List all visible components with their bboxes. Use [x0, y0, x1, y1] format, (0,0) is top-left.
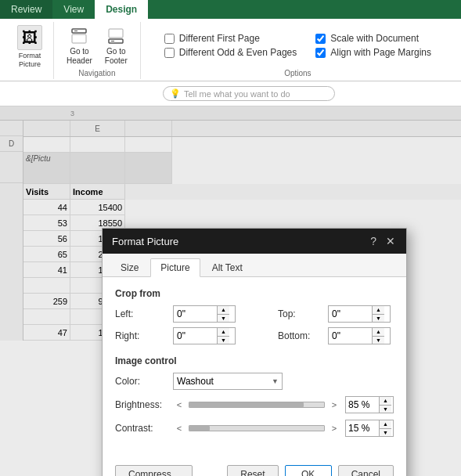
- tell-me-input[interactable]: 💡 Tell me what you want to do: [163, 86, 335, 101]
- reset-button[interactable]: Reset: [227, 465, 278, 476]
- tell-me-placeholder: Tell me what you want to do: [184, 89, 290, 99]
- bottom-label: Bottom:: [278, 330, 325, 341]
- group-label-options: Options: [284, 69, 311, 78]
- right-decrement[interactable]: ▼: [218, 337, 229, 344]
- top-increment[interactable]: ▲: [373, 306, 384, 315]
- crop-from-label: Crop from: [115, 288, 394, 299]
- different-first-page-checkbox[interactable]: [164, 34, 175, 44]
- dialog-help-button[interactable]: ?: [369, 235, 378, 247]
- compress-button[interactable]: Compress...: [115, 465, 193, 476]
- left-decrement[interactable]: ▼: [218, 315, 229, 323]
- picture-icon: 🖼: [17, 25, 42, 50]
- go-to-footer-button[interactable]: Go toFooter: [100, 23, 132, 67]
- right-increment[interactable]: ▲: [218, 328, 229, 337]
- go-to-footer-icon: [105, 25, 127, 47]
- brightness-slider-fill: [189, 402, 304, 407]
- color-label: Color:: [115, 376, 168, 387]
- tab-view[interactable]: View: [52, 0, 95, 19]
- top-value-field[interactable]: [329, 306, 372, 322]
- tab-size[interactable]: Size: [110, 258, 149, 276]
- contrast-pct-increment[interactable]: ▲: [380, 420, 391, 429]
- brightness-pct-input[interactable]: ▲ ▼: [345, 396, 394, 413]
- contrast-label: Contrast:: [115, 423, 168, 434]
- left-label: Left:: [115, 308, 170, 319]
- different-odd-even-label: Different Odd & Even Pages: [179, 47, 297, 58]
- ok-button[interactable]: OK: [285, 465, 332, 476]
- right-label: Right:: [115, 330, 170, 341]
- svg-rect-0: [72, 29, 86, 33]
- contrast-decrease-button[interactable]: <: [173, 422, 185, 435]
- lightbulb-icon: 💡: [170, 88, 181, 99]
- different-odd-even-row: Different Odd & Even Pages: [164, 47, 297, 58]
- color-select-arrow-icon: ▼: [272, 377, 279, 385]
- contrast-value-field[interactable]: [346, 420, 379, 436]
- left-value-field[interactable]: [174, 306, 217, 322]
- svg-rect-4: [109, 39, 123, 43]
- align-page-margins-row: Align with Page Margins: [315, 47, 431, 58]
- contrast-increase-button[interactable]: >: [328, 422, 340, 435]
- options-right: Scale with Document Align with Page Marg…: [315, 33, 431, 58]
- svg-rect-3: [109, 29, 123, 38]
- right-input[interactable]: ▲ ▼: [173, 327, 236, 344]
- bottom-value-field[interactable]: [329, 328, 372, 344]
- scale-with-doc-checkbox[interactable]: [315, 34, 326, 44]
- dialog-title: Format Picture: [112, 236, 178, 247]
- cancel-button[interactable]: Cancel: [338, 465, 394, 476]
- format-picture-dialog: Format Picture ? ✕ Size Picture Alt Text…: [102, 228, 407, 476]
- go-to-header-label: Go toHeader: [67, 47, 92, 66]
- different-first-page-label: Different First Page: [179, 33, 260, 44]
- group-label-navigation: Navigation: [78, 69, 115, 78]
- brightness-pct-increment[interactable]: ▲: [380, 397, 391, 406]
- go-to-header-button[interactable]: Go toHeader: [62, 23, 97, 67]
- brightness-slider-track[interactable]: [189, 402, 325, 408]
- tab-alt-text[interactable]: Alt Text: [202, 258, 253, 276]
- tab-review[interactable]: Review: [0, 0, 52, 19]
- bottom-increment[interactable]: ▲: [373, 328, 384, 337]
- align-page-margins-checkbox[interactable]: [315, 48, 326, 58]
- top-decrement[interactable]: ▼: [373, 315, 384, 323]
- format-picture-label: FormatPicture: [19, 52, 41, 69]
- tab-design[interactable]: Design: [95, 0, 148, 19]
- contrast-pct-input[interactable]: ▲ ▼: [345, 420, 394, 437]
- scale-with-doc-row: Scale with Document: [315, 33, 431, 44]
- format-picture-button[interactable]: 🖼 FormatPicture: [14, 23, 45, 70]
- tab-picture[interactable]: Picture: [150, 258, 200, 277]
- align-page-margins-label: Align with Page Margins: [330, 47, 431, 58]
- scale-with-doc-label: Scale with Document: [330, 33, 419, 44]
- brightness-decrease-button[interactable]: <: [173, 398, 185, 411]
- contrast-slider-fill: [189, 426, 210, 431]
- brightness-increase-button[interactable]: >: [328, 398, 340, 411]
- go-to-header-icon: [68, 25, 90, 47]
- right-value-field[interactable]: [174, 328, 217, 344]
- go-to-footer-label: Go toFooter: [105, 47, 128, 66]
- options-left: Different First Page Different Odd & Eve…: [164, 33, 297, 58]
- brightness-label: Brightness:: [115, 399, 168, 410]
- bottom-input[interactable]: ▲ ▼: [328, 327, 391, 344]
- brightness-value-field[interactable]: [346, 397, 379, 413]
- bottom-decrement[interactable]: ▼: [373, 337, 384, 344]
- dialog-title-bar: Format Picture ? ✕: [103, 229, 406, 254]
- top-label: Top:: [278, 308, 325, 319]
- different-first-page-row: Different First Page: [164, 33, 297, 44]
- dialog-close-button[interactable]: ✕: [384, 235, 397, 247]
- color-select-value: Washout: [177, 376, 214, 387]
- color-select[interactable]: Washout ▼: [173, 373, 283, 390]
- top-input[interactable]: ▲ ▼: [328, 305, 391, 323]
- contrast-pct-decrement[interactable]: ▼: [380, 429, 391, 437]
- svg-rect-1: [72, 34, 86, 43]
- contrast-slider-track[interactable]: [189, 425, 325, 431]
- image-control-label: Image control: [115, 355, 394, 366]
- left-input[interactable]: ▲ ▼: [173, 305, 236, 323]
- brightness-pct-decrement[interactable]: ▼: [380, 406, 391, 413]
- left-increment[interactable]: ▲: [218, 306, 229, 315]
- different-odd-even-checkbox[interactable]: [164, 48, 175, 58]
